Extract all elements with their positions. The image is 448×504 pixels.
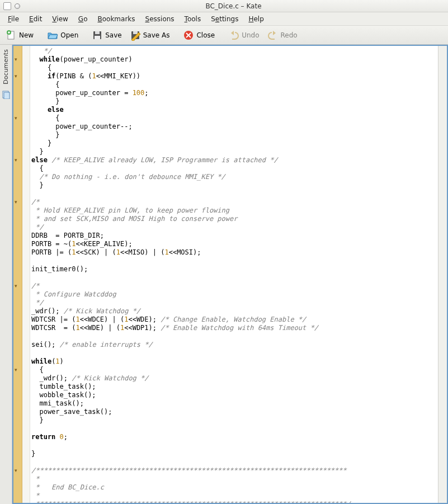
menu-settings[interactable]: Settings — [206, 13, 243, 25]
svg-rect-3 — [95, 31, 100, 34]
new-icon — [6, 30, 17, 41]
fold-marker[interactable]: ▾ — [15, 198, 17, 206]
code-area[interactable]: */ while(power_up_counter) { if(PINB & (… — [30, 46, 438, 503]
documents-icon[interactable] — [2, 90, 11, 99]
fold-marker[interactable]: ▾ — [15, 156, 17, 164]
undo-button[interactable]: Undo — [225, 28, 262, 43]
undo-label: Undo — [242, 31, 259, 39]
main-area: Documents ▾ ▾ ▾ ▾ ▾ ▾ ▾ ▾ */ while(power… — [0, 45, 448, 504]
titlebar: BC_Dice.c – Kate — [0, 0, 448, 12]
new-button[interactable]: New — [2, 28, 37, 43]
documents-tab[interactable]: Documents — [2, 47, 10, 87]
fold-marker[interactable]: ▾ — [15, 467, 17, 475]
bookmark-gutter[interactable] — [22, 46, 30, 503]
save-icon — [92, 30, 103, 41]
open-icon — [47, 30, 58, 41]
open-button[interactable]: Open — [44, 28, 82, 43]
save-button[interactable]: Save — [88, 28, 125, 43]
menu-edit[interactable]: Edit — [25, 13, 46, 25]
svg-rect-9 — [4, 92, 10, 99]
svg-rect-4 — [95, 36, 100, 39]
menu-sessions[interactable]: Sessions — [141, 13, 179, 25]
vertical-scrollbar[interactable] — [438, 46, 447, 503]
fold-marker[interactable]: ▾ — [15, 114, 17, 123]
window-title: BC_Dice.c – Kate — [22, 2, 445, 10]
fold-marker[interactable]: ▾ — [15, 72, 17, 81]
menu-view[interactable]: View — [48, 13, 72, 25]
close-icon — [183, 30, 194, 41]
svg-rect-6 — [133, 31, 138, 34]
fold-marker[interactable]: ▾ — [15, 55, 17, 64]
app-icon — [3, 2, 11, 10]
menu-bookmarks[interactable]: Bookmarks — [93, 13, 139, 25]
menu-file[interactable]: File — [3, 13, 23, 25]
undo-icon — [228, 30, 239, 41]
close-label: Close — [196, 31, 215, 39]
close-button[interactable]: Close — [180, 28, 218, 43]
open-label: Open — [60, 31, 78, 39]
menu-help[interactable]: Help — [244, 13, 268, 25]
redo-button[interactable]: Redo — [264, 28, 301, 43]
editor: ▾ ▾ ▾ ▾ ▾ ▾ ▾ ▾ */ while(power_up_counte… — [12, 45, 448, 504]
new-label: New — [19, 31, 34, 39]
fold-gutter[interactable]: ▾ ▾ ▾ ▾ ▾ ▾ ▾ ▾ — [13, 46, 22, 503]
menubar: File Edit View Go Bookmarks Sessions Too… — [0, 12, 448, 26]
toolbar: New Open Save Save As Close Undo — [0, 26, 448, 45]
menu-go[interactable]: Go — [74, 13, 92, 25]
redo-icon — [267, 30, 279, 41]
save-as-button[interactable]: Save As — [126, 28, 173, 43]
save-as-label: Save As — [143, 31, 170, 39]
fold-marker[interactable]: ▾ — [15, 366, 17, 374]
save-label: Save — [105, 31, 121, 39]
fold-marker[interactable]: ▾ — [15, 282, 17, 290]
menu-tools[interactable]: Tools — [180, 13, 206, 25]
side-panel: Documents — [0, 45, 12, 504]
redo-label: Redo — [281, 31, 298, 39]
window-button[interactable] — [15, 3, 20, 9]
save-as-icon — [130, 30, 141, 41]
